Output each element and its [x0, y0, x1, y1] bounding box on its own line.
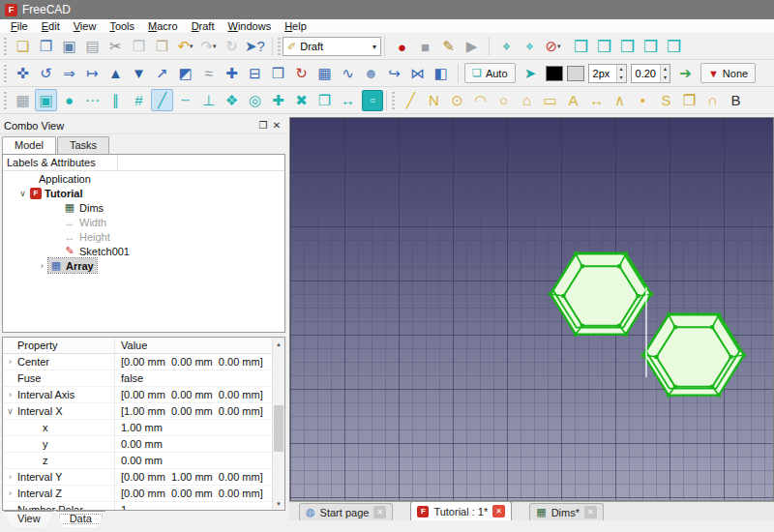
- scroll-up-icon[interactable]: ▲: [273, 338, 284, 350]
- snap-dimensions-icon[interactable]: ↔: [337, 89, 359, 111]
- property-value[interactable]: 0.00 mm: [115, 453, 272, 468]
- new-file-icon[interactable]: ❏: [12, 36, 34, 58]
- property-value[interactable]: [1.00 mm 0.00 mm 0.00 mm]: [115, 403, 272, 419]
- offset-3d-icon[interactable]: ❒: [267, 62, 289, 84]
- refresh-icon[interactable]: ↻: [221, 36, 243, 58]
- cut-icon[interactable]: ✂: [104, 36, 127, 58]
- tree-item-application[interactable]: Application: [3, 171, 284, 186]
- toolbar-handle[interactable]: [4, 92, 7, 109]
- rotate-icon[interactable]: ↺: [35, 62, 57, 84]
- fit-all-icon[interactable]: ⌖: [495, 36, 518, 58]
- text-icon[interactable]: A: [562, 89, 584, 111]
- polyline-icon[interactable]: N: [423, 89, 445, 111]
- mdi-tab-start-page[interactable]: ◍ Start page ✕: [299, 503, 393, 520]
- menu-item[interactable]: View: [67, 20, 104, 32]
- offset-icon[interactable]: ⇒: [58, 62, 80, 84]
- dimension-icon[interactable]: ↔: [585, 89, 608, 111]
- tree-item-dims[interactable]: ▦ Dims: [3, 200, 284, 215]
- combo-view-tab[interactable]: Tasks: [57, 136, 109, 154]
- scroll-down-icon[interactable]: ▼: [273, 497, 284, 510]
- snap-intersection-icon[interactable]: ✚: [267, 89, 289, 111]
- draft2sketch-icon[interactable]: ◧: [430, 62, 452, 84]
- snap-endpoint-icon[interactable]: ●: [58, 89, 80, 111]
- line-color-swatch[interactable]: [546, 66, 563, 81]
- point-icon[interactable]: •: [632, 89, 654, 111]
- trim-icon[interactable]: ↦: [81, 62, 104, 84]
- mirror-icon[interactable]: ⋈: [406, 62, 429, 84]
- top-view-icon[interactable]: ❒: [616, 36, 639, 58]
- toolbar-handle[interactable]: [392, 92, 395, 109]
- property-row[interactable]: ›Interval Axis [0.00 mm 0.00 mm 0.00 mm]: [3, 387, 272, 403]
- rectangle-icon[interactable]: ▭: [539, 89, 561, 111]
- menu-item[interactable]: Macro: [141, 20, 185, 32]
- tree-item-tutorial[interactable]: ∨ F Tutorial: [3, 186, 284, 200]
- tree-item-height[interactable]: ↔ Height: [3, 229, 284, 244]
- toolbar-handle[interactable]: [4, 38, 7, 55]
- property-value[interactable]: [0.00 mm 0.00 mm 0.00 mm]: [115, 387, 272, 402]
- paste-icon[interactable]: ❒: [151, 36, 173, 58]
- tree-item-sketch001[interactable]: ✎ Sketch001: [3, 244, 284, 258]
- downgrade-icon[interactable]: ▼: [128, 62, 150, 84]
- bezier-icon[interactable]: ∩: [701, 89, 724, 111]
- mdi-tab-dims[interactable]: ▦ Dims* ✕: [529, 503, 604, 520]
- menu-item[interactable]: Draft: [185, 20, 222, 32]
- property-value[interactable]: [0.00 mm 0.00 mm 0.00 mm]: [115, 486, 272, 501]
- close-tab-icon[interactable]: ✕: [373, 506, 386, 518]
- property-expander-icon[interactable]: ›: [3, 390, 17, 399]
- toolbar-handle[interactable]: [278, 38, 281, 55]
- draw-style-icon[interactable]: ⊘: [542, 36, 564, 58]
- property-value[interactable]: [0.00 mm 1.00 mm 0.00 mm]: [115, 469, 272, 485]
- zoom-selection-icon[interactable]: ⌖: [519, 36, 541, 58]
- property-mode-tab[interactable]: Data: [56, 511, 105, 527]
- undo-icon[interactable]: ↶: [174, 36, 196, 58]
- macro-record-icon[interactable]: ●: [391, 36, 413, 58]
- float-panel-icon[interactable]: ❐: [256, 120, 270, 131]
- upgrade-icon[interactable]: ▲: [104, 62, 127, 84]
- front-view-icon[interactable]: ❒: [593, 36, 615, 58]
- snap-near-icon[interactable]: ╱: [151, 89, 173, 111]
- export-shape-icon[interactable]: ↪: [383, 62, 405, 84]
- property-row[interactable]: ›Interval Y [0.00 mm 1.00 mm 0.00 mm]: [3, 469, 272, 486]
- autogroup-button[interactable]: ▼ None: [700, 63, 756, 83]
- copy-icon[interactable]: ❐: [128, 36, 150, 58]
- snap-perpendicular-icon[interactable]: ⊥: [197, 89, 220, 111]
- close-tab-icon[interactable]: ✕: [584, 506, 597, 518]
- property-row[interactable]: y 0.00 mm: [3, 436, 272, 453]
- join-split-icon[interactable]: ≈: [197, 62, 220, 84]
- face-color-swatch[interactable]: [567, 66, 584, 81]
- ortho-array-icon[interactable]: ▦: [313, 62, 336, 84]
- snap-extension-icon[interactable]: ┄: [174, 89, 196, 111]
- snap-midpoint-icon[interactable]: ⋯: [81, 89, 104, 111]
- snap-special-icon[interactable]: ❒: [313, 89, 336, 111]
- property-mode-tab[interactable]: View: [4, 511, 54, 527]
- working-plane-auto-button[interactable]: ❏ Auto: [464, 63, 516, 83]
- facebinder-icon[interactable]: ❐: [678, 89, 700, 111]
- property-row[interactable]: x 1.00 mm: [3, 420, 272, 436]
- move-icon[interactable]: ✜: [12, 62, 34, 84]
- 3d-viewport[interactable]: [289, 117, 774, 501]
- close-panel-icon[interactable]: ✕: [270, 120, 283, 131]
- property-row[interactable]: ∨Interval X [1.00 mm 0.00 mm 0.00 mm]: [3, 403, 272, 420]
- macro-edit-icon[interactable]: ✎: [437, 36, 460, 58]
- add-point-icon[interactable]: ✚: [221, 62, 243, 84]
- property-expander-icon[interactable]: ∨: [3, 406, 17, 416]
- right-view-icon[interactable]: ❒: [640, 36, 662, 58]
- scale-icon[interactable]: ↗: [151, 62, 173, 84]
- arc-icon[interactable]: ◠: [469, 89, 491, 111]
- property-expander-icon[interactable]: ›: [3, 357, 17, 367]
- property-row[interactable]: z 0.00 mm: [3, 453, 272, 469]
- property-row[interactable]: ›Center [0.00 mm 0.00 mm 0.00 mm]: [3, 354, 272, 370]
- close-tab-icon[interactable]: ✕: [492, 505, 505, 517]
- workbench-selector[interactable]: ✐ Draft ▾: [283, 37, 381, 56]
- apply-style-button[interactable]: ➔: [674, 62, 697, 84]
- property-scrollbar[interactable]: ▲ ▼: [272, 338, 284, 510]
- property-value[interactable]: 1: [115, 502, 272, 511]
- snap-quadrant-icon[interactable]: ❖: [221, 89, 243, 111]
- remove-point-icon[interactable]: ⊟: [244, 62, 266, 84]
- property-value[interactable]: false: [115, 370, 272, 386]
- property-row[interactable]: Number Polar 1: [3, 502, 272, 511]
- combo-view-tab[interactable]: Model: [2, 136, 56, 155]
- polar-array-icon[interactable]: ↻: [290, 62, 313, 84]
- tree-item-width[interactable]: ↔ Width: [3, 215, 284, 229]
- property-expander-icon[interactable]: ›: [3, 488, 17, 498]
